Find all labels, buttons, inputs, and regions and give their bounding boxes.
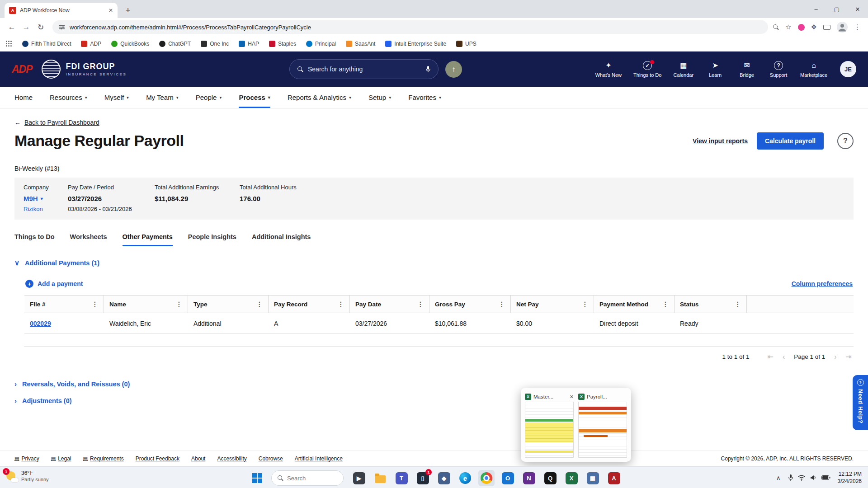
bookmark-ups[interactable]: UPS (456, 41, 476, 47)
back-to-dashboard-link[interactable]: ← Back to Payroll Dashboard (14, 119, 99, 126)
nav-item-my-team[interactable]: My Team▾ (146, 87, 179, 108)
tab-additional-insights[interactable]: Additional Insights (252, 233, 311, 246)
bookmark-one-inc[interactable]: One Inc (201, 41, 229, 47)
taskbar-search[interactable] (271, 470, 344, 486)
file-number-link[interactable]: 002029 (30, 320, 51, 327)
bookmark-adp[interactable]: ADP (81, 41, 101, 47)
need-help-button[interactable]: ? Need Help? (853, 375, 868, 430)
window-preview-master[interactable]: X Master... ✕ (525, 392, 574, 458)
nav-item-reports-analytics[interactable]: Reports & Analytics▾ (288, 87, 351, 108)
footer-link-about[interactable]: About (191, 455, 205, 462)
bookmark-star-icon[interactable]: ☆ (785, 23, 791, 31)
header-action-support[interactable]: ? Support (769, 61, 788, 78)
reload-icon[interactable]: ↻ (33, 20, 48, 34)
tab-other-payments[interactable]: Other Payments (123, 233, 173, 246)
back-icon[interactable]: ← (5, 20, 19, 34)
section-additional-payments[interactable]: ∨ Additional Payments (1) (14, 259, 854, 267)
nav-item-process[interactable]: Process▾ (239, 87, 270, 108)
tab-things-to-do[interactable]: Things to Do (14, 233, 55, 246)
mic-icon[interactable] (788, 474, 793, 481)
header-action-whats-new[interactable]: ✦ What's New (595, 61, 622, 78)
help-icon[interactable]: ? (837, 133, 854, 149)
column-preferences-link[interactable]: Column preferences (792, 280, 853, 287)
section-adjustments[interactable]: › Adjustments (0) (14, 397, 854, 404)
media-device-icon[interactable] (823, 25, 830, 30)
header-action-things-to-do[interactable]: ✓ Things to Do (633, 61, 661, 78)
previous-page-icon[interactable]: ‹ (783, 353, 785, 361)
calculate-payroll-button[interactable]: Calculate payroll (757, 132, 824, 150)
battery-icon[interactable] (821, 475, 830, 480)
new-tab-button[interactable]: + (121, 4, 135, 17)
weather-widget[interactable]: 1 36°F Partly sunny (5, 470, 49, 483)
profile-avatar-icon[interactable] (837, 22, 848, 33)
column-menu-icon[interactable]: ⋮ (87, 300, 98, 308)
bookmark-quickbooks[interactable]: QuickBooks (111, 41, 149, 47)
bookmark-intuit[interactable]: Intuit Enterprise Suite (385, 41, 446, 47)
browser-menu-icon[interactable]: ⋮ (854, 23, 861, 31)
taskbar-icon-edge[interactable]: e (457, 470, 473, 486)
footer-link-legal[interactable]: ▤Legal (51, 455, 71, 462)
taskbar-search-input[interactable] (287, 475, 332, 482)
footer-link-accessibility[interactable]: Accessibility (217, 455, 246, 462)
tab-people-insights[interactable]: People Insights (188, 233, 236, 246)
tray-expand-icon[interactable]: ∧ (776, 474, 781, 481)
column-menu-icon[interactable]: ⋮ (730, 300, 741, 308)
column-menu-icon[interactable]: ⋮ (577, 300, 588, 308)
extension-pink-icon[interactable] (798, 24, 805, 31)
site-settings-icon[interactable] (59, 24, 65, 30)
footer-link-privacy[interactable]: ▤Privacy (14, 455, 39, 462)
nav-item-home[interactable]: Home (14, 87, 33, 108)
taskbar-clock[interactable]: 12:12 PM 3/24/2026 (838, 470, 862, 485)
address-bar[interactable]: workforcenow.adp.com/theme/admin.html#/P… (52, 20, 768, 34)
add-payment-button[interactable]: + Add a payment (25, 280, 83, 288)
footer-link-cobrowse[interactable]: Cobrowse (259, 455, 283, 462)
extensions-icon[interactable]: ❖ (811, 23, 817, 31)
bookmark-principal[interactable]: Principal (306, 41, 336, 47)
nav-item-resources[interactable]: Resources▾ (50, 87, 87, 108)
nav-item-myself[interactable]: Myself▾ (104, 87, 129, 108)
last-page-icon[interactable]: ⇥ (846, 352, 852, 361)
view-input-reports-link[interactable]: View input reports (693, 137, 748, 145)
adp-logo[interactable]: ADP (12, 63, 33, 75)
taskbar-icon-media-app[interactable]: ▶ (351, 470, 367, 486)
wifi-icon[interactable] (798, 474, 805, 481)
window-preview-payroll[interactable]: X Payroll... (578, 392, 627, 458)
forward-icon[interactable]: → (19, 20, 33, 34)
bookmark-staples[interactable]: Staples (269, 41, 296, 47)
taskbar-icon-acrobat[interactable]: A (606, 470, 622, 486)
footer-link-requirements[interactable]: ▤Requirements (83, 455, 124, 462)
zoom-icon[interactable] (773, 24, 779, 30)
taskbar-icon-chrome[interactable] (478, 470, 495, 486)
next-page-icon[interactable]: › (834, 353, 836, 361)
column-menu-icon[interactable]: ⋮ (333, 300, 344, 308)
column-menu-icon[interactable]: ⋮ (658, 300, 669, 308)
close-button[interactable]: ✕ (847, 0, 868, 18)
column-menu-icon[interactable]: ⋮ (252, 300, 263, 308)
bookmark-saasant[interactable]: SaasAnt (346, 41, 375, 47)
maximize-button[interactable]: ▢ (826, 0, 847, 18)
taskbar-icon-calculator[interactable]: ▦ (585, 470, 601, 486)
column-menu-icon[interactable]: ⋮ (171, 300, 182, 308)
bookmark-fifth-third[interactable]: Fifth Third Direct (22, 41, 71, 47)
company-selector[interactable]: M9H▾ (24, 195, 68, 202)
footer-link-artificial-intelligence[interactable]: Artificial Intelligence (295, 455, 343, 462)
search-submit-button[interactable]: ↑ (445, 61, 462, 78)
global-search[interactable] (289, 59, 439, 79)
column-menu-icon[interactable]: ⋮ (494, 300, 505, 308)
taskbar-icon-file-explorer[interactable] (372, 470, 388, 486)
section-reversals[interactable]: › Reversals, Voids, and Reissues (0) (14, 380, 854, 388)
nav-item-favorites[interactable]: Favorites▾ (408, 87, 441, 108)
tab-worksheets[interactable]: Worksheets (70, 233, 107, 246)
user-avatar[interactable]: JE (840, 61, 856, 77)
tab-close-icon[interactable]: ✕ (108, 7, 113, 14)
company-name-link[interactable]: Rizikon (24, 206, 68, 212)
header-action-marketplace[interactable]: ⌂ Marketplace (800, 61, 827, 78)
table-row[interactable]: 002029 Waidelich, Eric Additional A 03/2… (24, 313, 854, 334)
nav-item-setup[interactable]: Setup▾ (368, 87, 391, 108)
apps-grid-icon[interactable] (5, 40, 12, 47)
footer-link-product-feedback[interactable]: Product Feedback (136, 455, 179, 462)
taskbar-icon-outlook[interactable]: O (500, 470, 516, 486)
column-menu-icon[interactable]: ⋮ (413, 300, 424, 308)
taskbar-icon-pinned-app[interactable]: ◆ (436, 470, 452, 486)
bookmark-hap[interactable]: HAP (239, 41, 259, 47)
